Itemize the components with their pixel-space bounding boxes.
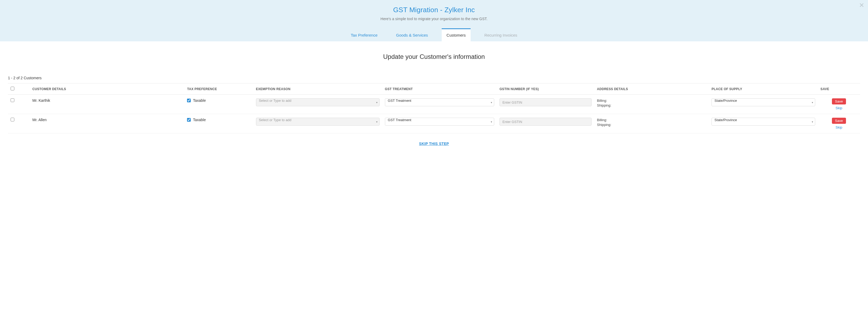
- table-row: Mr. KarthikTaxableSelect or Type to add▾…: [8, 95, 860, 114]
- taxable-toggle[interactable]: Taxable: [187, 98, 206, 103]
- pagination-count: 1 - 2 of 2 Customers: [8, 76, 860, 80]
- gst-treatment-select[interactable]: GST Treatment▾: [385, 118, 494, 126]
- gstin-input[interactable]: [499, 98, 592, 106]
- column-header-address: ADDRESS DETAILS: [594, 83, 709, 95]
- exemption-select[interactable]: Select or Type to add▾: [256, 118, 380, 126]
- skip-step-container: SKIP THIS STEP: [8, 141, 860, 146]
- tab-tax-preference[interactable]: Tax Preference: [346, 28, 382, 41]
- column-header-exemption: EXEMPTION REASON: [253, 83, 382, 95]
- tabs: Tax PreferenceGoods & ServicesCustomersR…: [0, 28, 868, 41]
- taxable-toggle[interactable]: Taxable: [187, 118, 206, 122]
- customer-name: Mr. Allen: [32, 118, 47, 122]
- column-header-gstin: GSTIN NUMBER (IF YES): [497, 83, 594, 95]
- shipping-label: Shipping:: [597, 123, 706, 127]
- skip-step-link[interactable]: SKIP THIS STEP: [419, 142, 449, 146]
- page-subtitle: Here's a simple tool to migrate your org…: [0, 17, 868, 21]
- tab-customers[interactable]: Customers: [442, 28, 471, 41]
- skip-row-link[interactable]: Skip: [820, 106, 858, 110]
- column-header-place: PLACE OF SUPPLY: [709, 83, 818, 95]
- customers-table: CUSTOMER DETAILS TAX PREFERENCE EXEMPTIO…: [8, 83, 860, 133]
- column-header-preference: TAX PREFERENCE: [184, 83, 253, 95]
- skip-row-link[interactable]: Skip: [820, 126, 858, 129]
- shipping-label: Shipping:: [597, 103, 706, 108]
- save-button[interactable]: Save: [832, 98, 846, 104]
- place-of-supply-select[interactable]: State/Province▾: [712, 118, 815, 126]
- gstin-input[interactable]: [499, 118, 592, 126]
- row-select-checkbox[interactable]: [10, 118, 14, 122]
- column-header-treatment: GST TREATMENT: [382, 83, 497, 95]
- billing-label: Billing:: [597, 118, 706, 123]
- exemption-select[interactable]: Select or Type to add▾: [256, 98, 380, 106]
- page-title: GST Migration - Zylker Inc: [0, 6, 868, 14]
- main-container: 1 - 2 of 2 Customers CUSTOMER DETAILS TA…: [0, 76, 868, 157]
- customer-name: Mr. Karthik: [32, 98, 50, 103]
- select-all-checkbox[interactable]: [10, 87, 14, 91]
- close-icon[interactable]: ✕: [859, 2, 864, 8]
- taxable-label: Taxable: [193, 98, 206, 103]
- tab-recurring-invoices: Recurring Invoices: [479, 28, 522, 41]
- header-band: ✕ GST Migration - Zylker Inc Here's a si…: [0, 0, 868, 41]
- column-header-save: SAVE: [818, 83, 860, 95]
- save-button[interactable]: Save: [832, 118, 846, 124]
- section-title: Update your Customer's information: [0, 53, 868, 61]
- table-row: Mr. AllenTaxableSelect or Type to add▾GS…: [8, 114, 860, 133]
- column-header-name: CUSTOMER DETAILS: [30, 83, 184, 95]
- billing-label: Billing:: [597, 98, 706, 103]
- place-of-supply-select[interactable]: State/Province▾: [712, 98, 815, 106]
- tab-goods-services[interactable]: Goods & Services: [391, 28, 433, 41]
- taxable-label: Taxable: [193, 118, 206, 122]
- taxable-checkbox[interactable]: [187, 99, 191, 102]
- taxable-checkbox[interactable]: [187, 118, 191, 122]
- gst-treatment-select[interactable]: GST Treatment▾: [385, 98, 494, 106]
- row-select-checkbox[interactable]: [10, 98, 14, 102]
